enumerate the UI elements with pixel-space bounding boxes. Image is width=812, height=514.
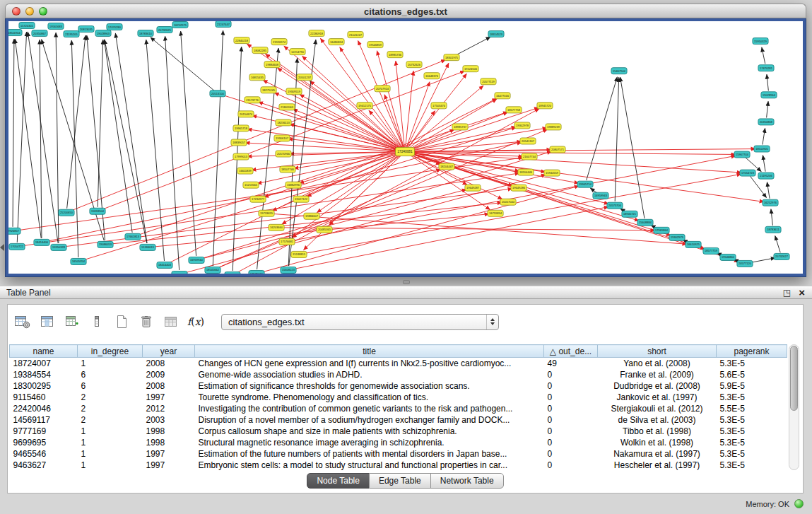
graph-node[interactable]: 19926857	[8, 228, 20, 234]
cell-pagerank[interactable]: 5.3E-5	[717, 414, 787, 426]
graph-node[interactable]: 19926103	[172, 271, 187, 274]
table-row[interactable]: 1830029562008Estimation of significance …	[10, 380, 787, 392]
column-header-out_degree[interactable]: △ out_de...	[544, 345, 598, 358]
graph-node[interactable]: 25200650	[59, 209, 74, 216]
cell-name[interactable]: 18724007	[10, 358, 78, 369]
graph-node[interactable]: 18985736	[387, 52, 403, 58]
cell-short[interactable]: Nakamura et al. (1997)	[598, 448, 717, 460]
citation-graph[interactable]: 1851190415724301203508671956568321195205…	[8, 21, 803, 274]
graph-node[interactable]: 20807571	[550, 146, 565, 153]
graph-node[interactable]: 22280918	[309, 30, 324, 37]
cell-name[interactable]: 18300295	[10, 380, 78, 392]
table-row[interactable]: 911546021997Tourette syndrome. Phenomeno…	[10, 392, 787, 403]
function-builder-icon[interactable]: f(x)	[187, 313, 205, 331]
cell-name[interactable]: 19384554	[10, 369, 78, 380]
graph-node[interactable]: 18545662	[205, 267, 220, 273]
graph-node[interactable]: 19649287	[465, 185, 481, 191]
cell-pagerank[interactable]: 5.3E-5	[717, 460, 787, 471]
graph-node[interactable]: 12214790	[290, 49, 305, 55]
table-settings-icon[interactable]	[13, 313, 32, 331]
graph-node[interactable]: 18414403	[157, 262, 172, 268]
graph-node[interactable]: 16610925	[686, 241, 701, 247]
cell-title[interactable]: Tourette syndrome. Phenomenology and cla…	[195, 392, 544, 403]
graph-node[interactable]: 15950329	[753, 38, 768, 45]
column-header-name[interactable]: name	[10, 345, 78, 358]
cell-year[interactable]: 2008	[143, 358, 195, 369]
graph-node[interactable]: 18577759	[703, 247, 719, 254]
graph-node[interactable]: 18204447	[439, 163, 454, 170]
cell-year[interactable]: 1997	[143, 460, 195, 471]
graph-node[interactable]: 18783611	[765, 226, 781, 233]
graph-node[interactable]: 16648374	[424, 73, 440, 79]
cell-title[interactable]: Structural magnetic resonance image aver…	[195, 437, 544, 448]
graph-node[interactable]: 17576681	[279, 238, 295, 245]
graph-node[interactable]: 18507746	[280, 166, 295, 173]
cell-short[interactable]: Wolkin et al. (1998)	[598, 437, 717, 448]
cell-title[interactable]: Genome-wide association studies in ADHD.	[195, 369, 544, 380]
table-row[interactable]: 977716911998Corpus callosum shape and si…	[10, 426, 787, 437]
graph-node[interactable]: 19028964	[761, 92, 777, 98]
column-header-year[interactable]: year	[143, 345, 195, 358]
graph-node[interactable]: 20577119	[481, 78, 496, 85]
cell-in_degree[interactable]: 6	[78, 369, 143, 380]
split-divider[interactable]	[0, 277, 812, 286]
graph-node[interactable]: 19733655	[259, 210, 274, 216]
new-table-icon[interactable]	[112, 313, 131, 331]
graph-node[interactable]: 15608884	[637, 219, 653, 226]
cell-in_degree[interactable]: 1	[78, 448, 143, 460]
graph-node[interactable]: 18783610	[138, 30, 153, 37]
cell-name[interactable]: 22420046	[10, 403, 78, 414]
graph-node[interactable]: 19306107	[274, 135, 290, 141]
graph-node[interactable]: 16505354	[71, 258, 86, 264]
graph-node[interactable]: 20501237	[297, 74, 312, 81]
cell-out_degree[interactable]: 0	[544, 437, 598, 448]
cell-title[interactable]: Embryonic stem cells: a model to study s…	[195, 460, 544, 471]
show-columns-icon[interactable]	[38, 313, 57, 331]
collapse-panel-arrow[interactable]	[0, 244, 4, 251]
new-column-icon[interactable]	[63, 313, 81, 331]
graph-node[interactable]: 20813035	[78, 26, 94, 33]
graph-node[interactable]: 16815435	[249, 74, 265, 81]
cell-in_degree[interactable]: 1	[78, 460, 143, 471]
graph-node[interactable]: 21926974	[271, 39, 287, 45]
column-header-pagerank[interactable]: pagerank	[717, 345, 787, 358]
graph-node[interactable]: 20732626	[406, 62, 422, 68]
cell-in_degree[interactable]: 2	[78, 392, 143, 403]
graph-node[interactable]: 17054723	[740, 170, 755, 176]
graph-node[interactable]: 18839057	[231, 139, 247, 146]
graph-node[interactable]: 17503474	[431, 103, 447, 109]
graph-node[interactable]: 16611839	[237, 168, 253, 174]
cell-year[interactable]: 1997	[143, 448, 195, 460]
cell-year[interactable]: 2012	[143, 403, 195, 414]
table-row[interactable]: 1872400712008Changes of HCN gene express…	[10, 358, 787, 369]
column-selector-icon[interactable]	[88, 313, 106, 331]
graph-node[interactable]: 21607744	[522, 153, 537, 160]
table-scrollbar[interactable]	[789, 344, 799, 470]
cell-name[interactable]: 9465546	[10, 448, 78, 460]
cell-year[interactable]: 2003	[143, 414, 195, 426]
table-select-dropdown[interactable]: citations_edges.txt	[221, 314, 499, 330]
cell-out_degree[interactable]: 0	[544, 369, 598, 380]
cell-out_degree[interactable]: 0	[544, 380, 598, 392]
graph-node[interactable]: 18301975	[444, 54, 459, 61]
cell-out_degree[interactable]: 0	[544, 403, 598, 414]
graph-node[interactable]: 17579030	[249, 270, 264, 274]
split-grip[interactable]	[403, 280, 410, 284]
table-row[interactable]: 946554611997Estimation of the future num…	[10, 448, 787, 460]
graph-node[interactable]: 15213565	[243, 182, 259, 188]
cell-pagerank[interactable]: 5.3E-5	[717, 437, 787, 448]
graph-node[interactable]: 19027122	[293, 196, 309, 202]
graph-node[interactable]: 15818504	[90, 208, 105, 214]
graph-node[interactable]: 15967744	[734, 151, 750, 158]
cell-short[interactable]: Yano et al. (2008)	[598, 358, 717, 369]
cell-name[interactable]: 9115460	[10, 392, 78, 403]
cell-year[interactable]: 2009	[143, 369, 195, 380]
cell-in_degree[interactable]: 6	[78, 380, 143, 392]
cell-pagerank[interactable]: 5.6E-5	[717, 369, 787, 380]
graph-node[interactable]: 17661813	[125, 233, 141, 240]
cell-title[interactable]: Estimation of significance thresholds fo…	[195, 380, 544, 392]
cell-short[interactable]: Jankovic et al. (1997)	[598, 392, 717, 403]
cell-out_degree[interactable]: 0	[544, 392, 598, 403]
cell-year[interactable]: 1998	[143, 426, 195, 437]
graph-node[interactable]: 18985737	[452, 124, 468, 130]
